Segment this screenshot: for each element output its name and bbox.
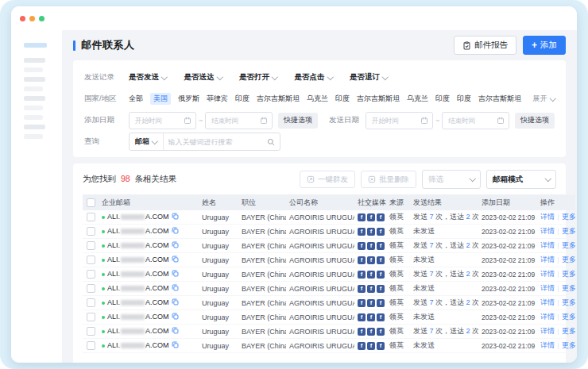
country-tag[interactable]: 乌克兰 <box>407 94 428 104</box>
facebook-icon[interactable]: f <box>377 213 385 221</box>
facebook-icon[interactable]: f <box>367 299 375 307</box>
search-input[interactable] <box>164 138 267 146</box>
detail-link[interactable]: 详情 <box>540 213 555 221</box>
facebook-icon[interactable]: f <box>358 271 366 279</box>
copy-icon[interactable] <box>172 256 179 264</box>
window-minimize-button[interactable] <box>29 16 35 21</box>
facebook-icon[interactable]: f <box>377 313 385 321</box>
facebook-icon[interactable]: f <box>358 299 366 307</box>
facebook-icon[interactable]: f <box>367 228 375 236</box>
sidebar-skeleton-item[interactable] <box>24 77 45 82</box>
facebook-icon[interactable]: f <box>367 313 375 321</box>
search-icon[interactable] <box>267 138 280 146</box>
send-filter-dropdown[interactable]: 是否送达 <box>184 72 222 83</box>
select-all-checkbox[interactable] <box>87 198 95 207</box>
sidebar-skeleton-item[interactable] <box>24 115 43 120</box>
sidebar-skeleton-item[interactable] <box>24 58 45 63</box>
row-checkbox[interactable] <box>87 341 95 350</box>
facebook-icon[interactable]: f <box>377 299 385 307</box>
facebook-icon[interactable]: f <box>377 271 385 279</box>
facebook-icon[interactable]: f <box>377 285 385 293</box>
add-date-end-field[interactable] <box>210 116 257 125</box>
country-tag[interactable]: 吉尔吉斯斯坦 <box>478 94 521 104</box>
more-link[interactable]: 更多 <box>562 270 575 278</box>
row-checkbox[interactable] <box>87 227 95 236</box>
send-date-end-field[interactable] <box>447 116 494 125</box>
add-date-start-field[interactable] <box>133 116 181 125</box>
more-link[interactable]: 更多 <box>562 313 575 321</box>
more-link[interactable]: 更多 <box>562 256 575 263</box>
row-checkbox[interactable] <box>87 256 95 264</box>
facebook-icon[interactable]: f <box>367 342 375 350</box>
facebook-icon[interactable]: f <box>377 228 385 236</box>
detail-link[interactable]: 详情 <box>540 284 555 292</box>
detail-link[interactable]: 详情 <box>540 313 555 321</box>
facebook-icon[interactable]: f <box>358 242 366 250</box>
country-tag[interactable]: 美国 <box>150 93 171 105</box>
bulk-delete-button[interactable]: 批量删除 <box>361 171 416 188</box>
detail-link[interactable]: 详情 <box>540 241 555 249</box>
facebook-icon[interactable]: f <box>377 256 385 264</box>
more-link[interactable]: 更多 <box>562 298 575 306</box>
sidebar-skeleton-item[interactable] <box>24 43 47 48</box>
facebook-icon[interactable]: f <box>367 256 375 264</box>
facebook-icon[interactable]: f <box>367 213 375 221</box>
country-tag[interactable]: 印度 <box>235 94 250 104</box>
add-date-start-input[interactable] <box>129 112 196 129</box>
copy-icon[interactable] <box>172 270 179 279</box>
more-link[interactable]: 更多 <box>562 284 575 292</box>
facebook-icon[interactable]: f <box>358 285 366 293</box>
filter-select[interactable]: 筛选 <box>422 170 481 189</box>
send-date-end-input[interactable] <box>442 112 509 129</box>
detail-link[interactable]: 详情 <box>540 256 555 263</box>
copy-icon[interactable] <box>172 341 179 350</box>
copy-icon[interactable] <box>172 284 179 293</box>
query-type-select[interactable]: 邮箱 <box>130 133 164 150</box>
row-checkbox[interactable] <box>87 298 95 307</box>
add-date-end-input[interactable] <box>205 112 273 129</box>
row-checkbox[interactable] <box>87 327 95 336</box>
window-close-button[interactable] <box>20 16 25 21</box>
detail-link[interactable]: 详情 <box>540 227 555 235</box>
country-tag[interactable]: 菲律宾 <box>207 94 228 104</box>
more-link[interactable]: 更多 <box>562 341 575 349</box>
send-filter-dropdown[interactable]: 是否退订 <box>350 72 388 83</box>
more-link[interactable]: 更多 <box>562 327 575 335</box>
copy-icon[interactable] <box>172 313 179 321</box>
more-link[interactable]: 更多 <box>562 213 575 221</box>
detail-link[interactable]: 详情 <box>540 298 555 306</box>
sidebar-skeleton-item[interactable] <box>24 134 43 139</box>
country-tag[interactable]: 吉尔吉斯斯坦 <box>357 94 400 104</box>
send-date-start-input[interactable] <box>366 112 433 129</box>
facebook-icon[interactable]: f <box>358 256 366 264</box>
facebook-icon[interactable]: f <box>367 328 375 336</box>
detail-link[interactable]: 详情 <box>540 270 555 278</box>
copy-icon[interactable] <box>172 241 179 250</box>
country-tag[interactable]: 乌克兰 <box>307 94 328 104</box>
send-date-start-field[interactable] <box>370 116 418 125</box>
country-tag[interactable]: 俄罗斯 <box>178 94 199 104</box>
copy-icon[interactable] <box>172 327 179 336</box>
bulk-send-button[interactable]: 一键群发 <box>300 171 355 188</box>
sidebar-skeleton-item[interactable] <box>24 67 43 72</box>
facebook-icon[interactable]: f <box>358 328 366 336</box>
country-tag[interactable]: 全部 <box>129 94 143 104</box>
email-report-button[interactable]: 邮件报告 <box>454 36 516 55</box>
mode-select[interactable]: 邮箱模式 <box>486 170 556 189</box>
send-filter-dropdown[interactable]: 是否打开 <box>239 72 277 83</box>
row-checkbox[interactable] <box>87 313 95 321</box>
send-filter-dropdown[interactable]: 是否发送 <box>129 72 167 83</box>
send-date-quick-options-button[interactable]: 快捷选项 <box>515 113 555 129</box>
row-checkbox[interactable] <box>87 213 95 221</box>
more-link[interactable]: 更多 <box>562 241 575 249</box>
sidebar-skeleton-item[interactable] <box>24 106 43 110</box>
detail-link[interactable]: 详情 <box>540 341 555 349</box>
facebook-icon[interactable]: f <box>377 342 385 350</box>
send-filter-dropdown[interactable]: 是否点击 <box>295 72 333 83</box>
facebook-icon[interactable]: f <box>367 271 375 279</box>
facebook-icon[interactable]: f <box>367 242 375 250</box>
country-tag[interactable]: 印度 <box>457 94 471 104</box>
country-tag[interactable]: 印度 <box>335 94 350 104</box>
row-checkbox[interactable] <box>87 284 95 293</box>
facebook-icon[interactable]: f <box>358 213 366 221</box>
